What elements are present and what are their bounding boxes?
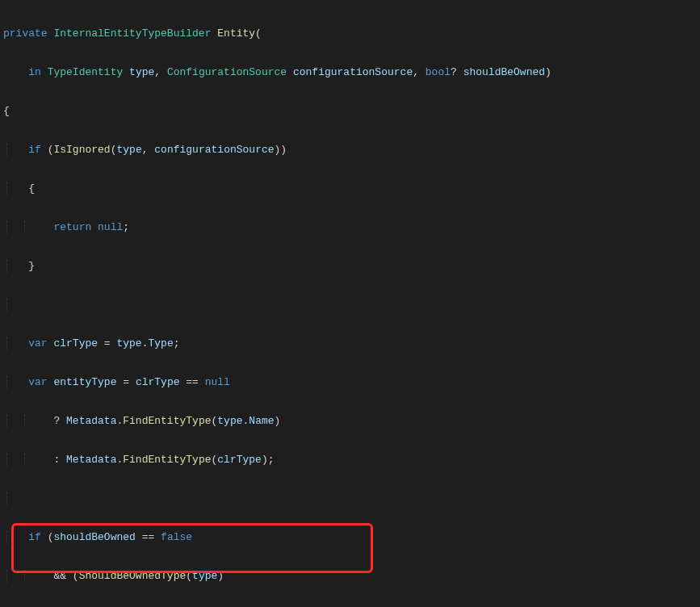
code-line: && (ShouldBeOwnedType(type) [3,570,700,583]
code-line: var clrType = type.Type; [3,337,700,350]
code-line [3,299,700,312]
code-line: { [3,182,700,195]
code-line: ? Metadata.FindEntityType(type.Name) [3,415,700,428]
code-line [3,492,700,505]
code-line: if (shouldBeOwned == false [3,531,700,544]
indent-guide [6,144,8,157]
code-editor[interactable]: private InternalEntityTypeBuilder Entity… [0,0,700,607]
keyword-private: private [3,27,48,40]
code-line: } [3,260,700,273]
code-line: : Metadata.FindEntityType(clrType); [3,454,700,467]
code-line: private InternalEntityTypeBuilder Entity… [3,27,700,40]
method-name: Entity [217,27,255,40]
code-line: if (IsIgnored(type, configurationSource)… [3,144,700,157]
code-line: { [3,105,700,118]
type-name: InternalEntityTypeBuilder [53,27,211,40]
code-line: in TypeIdentity type, ConfigurationSourc… [3,66,700,79]
code-line: return null; [3,221,700,234]
code-line: var entityType = clrType == null [3,376,700,389]
